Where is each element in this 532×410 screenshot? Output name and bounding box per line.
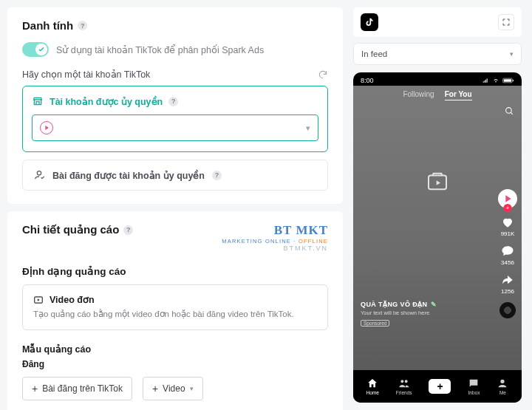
- ad-format-name: Video đơn: [50, 294, 95, 305]
- ad-format-heading: Định dạng quảng cáo: [22, 265, 328, 277]
- btn-tiktok-post-label: Bài đăng trên TikTok: [42, 383, 123, 394]
- nav-friends-label: Friends: [396, 390, 412, 395]
- home-icon: [366, 377, 378, 389]
- spark-ads-toggle-label: Sử dụng tài khoản TikTok để phân phối Sp…: [56, 44, 264, 55]
- expand-button[interactable]: [498, 14, 514, 30]
- profile-avatar[interactable]: +: [498, 189, 517, 208]
- status-icons: [482, 78, 514, 83]
- ad-format-desc: Tạo quảng cáo bằng một video đơn hoặc bà…: [33, 308, 317, 321]
- help-icon[interactable]: ?: [168, 97, 178, 106]
- plus-icon: +: [152, 383, 158, 394]
- share-button[interactable]: 1256: [501, 273, 514, 295]
- follow-plus-icon[interactable]: +: [504, 204, 512, 212]
- authorized-account-label: Tài khoản được ủy quyền: [50, 96, 163, 107]
- help-icon[interactable]: ?: [78, 21, 87, 30]
- tiktok-logo-icon: [361, 13, 378, 31]
- video-icon: [33, 295, 44, 305]
- chevron-down-icon: ▾: [190, 385, 194, 392]
- refresh-icon[interactable]: [318, 69, 328, 80]
- sponsored-badge: Sponsored: [361, 320, 389, 327]
- nav-friends[interactable]: Friends: [396, 377, 412, 395]
- ad-detail-card: Chi tiết quảng cáo ? BT MKT MARKETING ON…: [7, 211, 343, 410]
- friends-icon: [398, 377, 410, 389]
- account-avatar-icon: [40, 121, 53, 134]
- person-check-icon: [33, 169, 45, 181]
- comment-button[interactable]: 3456: [501, 245, 514, 266]
- sound-disc-icon[interactable]: [499, 302, 516, 318]
- tab-following[interactable]: Following: [403, 90, 434, 100]
- battery-icon: [502, 78, 514, 83]
- caption-title: QUÀ TẶNG VÔ ĐẠN: [361, 301, 428, 308]
- ad-format-option[interactable]: Video đơn Tạo quảng cáo bằng một video đ…: [22, 284, 328, 330]
- help-icon[interactable]: ?: [212, 171, 222, 180]
- help-icon[interactable]: ?: [123, 225, 133, 235]
- edit-icon: ✎: [431, 301, 437, 308]
- svg-rect-3: [513, 80, 514, 81]
- nav-home-label: Home: [366, 390, 378, 395]
- share-icon: [501, 273, 514, 287]
- ad-detail-title: Chi tiết quảng cáo ?: [22, 223, 133, 236]
- identity-title-text: Danh tính: [22, 19, 73, 32]
- preview-panel: In feed ▾ 8:00 Following For You: [353, 7, 522, 403]
- spark-ads-toggle[interactable]: [22, 42, 49, 57]
- add-tiktok-post-button[interactable]: + Bài đăng trên TikTok: [22, 377, 132, 400]
- chevron-down-icon: ▾: [306, 123, 310, 133]
- check-icon: [38, 46, 45, 53]
- nav-me[interactable]: Me: [497, 377, 508, 395]
- nav-me-label: Me: [499, 390, 506, 395]
- nav-home[interactable]: Home: [366, 377, 378, 395]
- comment-count: 3456: [501, 259, 514, 266]
- phone-preview: 8:00 Following For You: [353, 72, 522, 403]
- inbox-icon: [468, 377, 480, 389]
- tab-for-you[interactable]: For You: [445, 90, 472, 100]
- watermark: BT MKT MARKETING ONLINE · OFFLINE BTMKT.…: [222, 223, 328, 252]
- chevron-down-icon: ▾: [510, 50, 514, 58]
- placement-select[interactable]: In feed ▾: [353, 43, 522, 65]
- ad-template-heading: Mẫu quảng cáo: [22, 344, 328, 355]
- svg-point-4: [506, 108, 512, 114]
- authorized-account-box: Tài khoản được ủy quyền ? ▾: [22, 86, 328, 152]
- ad-detail-title-text: Chi tiết quảng cáo: [22, 223, 119, 236]
- authorized-post-row[interactable]: Bài đăng được tài khoản ủy quyền ?: [22, 160, 328, 191]
- video-placeholder-icon: [426, 169, 449, 195]
- signal-icon: [482, 78, 489, 83]
- add-video-button[interactable]: + Video ▾: [143, 377, 203, 400]
- identity-card: Danh tính ? Sử dụng tài khoản TikTok để …: [7, 7, 343, 204]
- status-clock: 8:00: [361, 77, 374, 84]
- account-select[interactable]: ▾: [32, 115, 318, 141]
- profile-icon: [497, 377, 508, 389]
- comment-icon: [501, 245, 514, 258]
- watermark-line2a: MARKETING ONLINE: [222, 238, 291, 245]
- nav-inbox[interactable]: Inbox: [468, 377, 480, 395]
- nav-create[interactable]: +: [429, 379, 451, 394]
- search-icon[interactable]: [505, 106, 514, 117]
- share-count: 1256: [501, 288, 514, 295]
- plus-icon: +: [32, 383, 38, 394]
- like-count: 991K: [501, 230, 515, 237]
- nav-inbox-label: Inbox: [468, 390, 480, 395]
- wifi-icon: [492, 78, 499, 83]
- storefront-icon: [32, 95, 44, 107]
- post-heading: Đăng: [22, 359, 328, 369]
- identity-title: Danh tính ?: [22, 19, 328, 32]
- like-button[interactable]: 991K: [501, 216, 515, 237]
- watermark-line1: BT MKT: [222, 223, 328, 238]
- heart-icon: [501, 216, 514, 229]
- placement-value: In feed: [361, 49, 387, 58]
- svg-rect-2: [504, 79, 511, 81]
- btn-video-label: Video: [163, 383, 185, 394]
- caption-subtext: Your text will be shown here: [361, 310, 437, 316]
- choose-account-label: Hãy chọn một tài khoản TikTok: [22, 69, 150, 80]
- watermark-line3: BTMKT.VN: [222, 245, 328, 252]
- plus-icon: +: [437, 380, 443, 392]
- authorized-post-label: Bài đăng được tài khoản ủy quyền: [52, 170, 205, 181]
- watermark-line2b: OFFLINE: [299, 238, 328, 245]
